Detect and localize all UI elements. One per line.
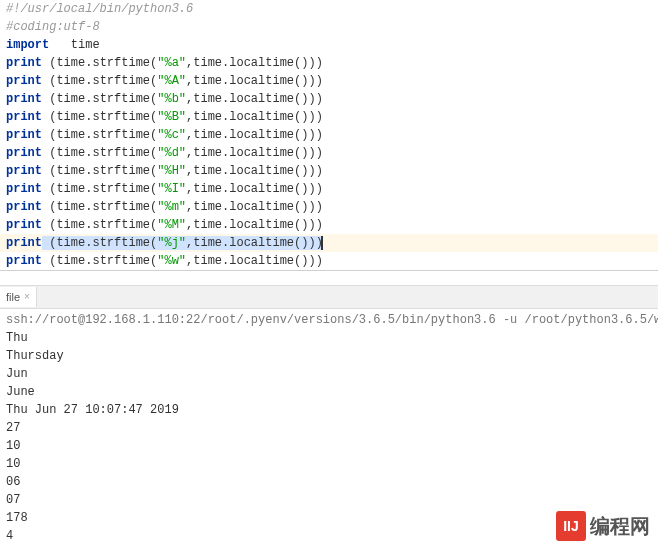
code-line: import time: [0, 36, 658, 54]
watermark: IIJ 编程网: [556, 511, 650, 541]
call-prefix: (time.strftime(: [42, 218, 157, 232]
print-keyword: print: [6, 236, 42, 250]
code-line-active: print (time.strftime("%j",time.localtime…: [0, 234, 658, 252]
output-line: 10: [6, 455, 652, 473]
call-prefix: (time.strftime(: [42, 146, 157, 160]
format-string: "%w": [157, 254, 186, 268]
text-cursor: [321, 236, 323, 250]
print-keyword: print: [6, 110, 42, 124]
call-suffix: ,time.localtime())): [186, 200, 323, 214]
call-suffix: ,time.localtime())): [186, 56, 323, 70]
call-suffix: ,time.localtime())): [186, 236, 323, 250]
code-line: print (time.strftime("%b",time.localtime…: [0, 90, 658, 108]
import-keyword: import: [6, 38, 49, 52]
call-prefix: (time.strftime(: [42, 236, 157, 250]
format-string: "%B": [157, 110, 186, 124]
output-line: Jun: [6, 365, 652, 383]
selection: (time.strftime("%j",time.localtime())): [42, 236, 323, 250]
call-prefix: (time.strftime(: [42, 92, 157, 106]
format-string: "%M": [157, 218, 186, 232]
print-keyword: print: [6, 146, 42, 160]
call-suffix: ,time.localtime())): [186, 164, 323, 178]
code-line: print (time.strftime("%c",time.localtime…: [0, 126, 658, 144]
format-string: "%I": [157, 182, 186, 196]
print-keyword: print: [6, 56, 42, 70]
output-line: Thu: [6, 329, 652, 347]
call-prefix: (time.strftime(: [42, 254, 157, 268]
code-line: #!/usr/local/bin/python3.6: [0, 0, 658, 18]
command-line: ssh://root@192.168.1.110:22/root/.pyenv/…: [6, 311, 652, 329]
output-line: 06: [6, 473, 652, 491]
call-suffix: ,time.localtime())): [186, 182, 323, 196]
call-prefix: (time.strftime(: [42, 200, 157, 214]
format-string: "%b": [157, 92, 186, 106]
code-line: print (time.strftime("%a",time.localtime…: [0, 54, 658, 72]
output-tabbar: file ×: [0, 285, 658, 309]
call-prefix: (time.strftime(: [42, 164, 157, 178]
format-string: "%j": [157, 236, 186, 250]
call-prefix: (time.strftime(: [42, 182, 157, 196]
print-keyword: print: [6, 182, 42, 196]
format-string: "%A": [157, 74, 186, 88]
output-line: Thu Jun 27 10:07:47 2019: [6, 401, 652, 419]
code-line: print (time.strftime("%w",time.localtime…: [0, 252, 658, 270]
call-suffix: ,time.localtime())): [186, 74, 323, 88]
code-line: print (time.strftime("%A",time.localtime…: [0, 72, 658, 90]
output-line: Thursday: [6, 347, 652, 365]
code-editor[interactable]: #!/usr/local/bin/python3.6 #coding:utf-8…: [0, 0, 658, 271]
code-line: print (time.strftime("%B",time.localtime…: [0, 108, 658, 126]
tab-file[interactable]: file ×: [0, 287, 37, 307]
format-string: "%H": [157, 164, 186, 178]
output-line: 07: [6, 491, 652, 509]
close-icon[interactable]: ×: [24, 287, 30, 307]
code-line: print (time.strftime("%H",time.localtime…: [0, 162, 658, 180]
format-string: "%a": [157, 56, 186, 70]
format-string: "%d": [157, 146, 186, 160]
coding-comment: #coding:utf-8: [6, 20, 100, 34]
print-keyword: print: [6, 164, 42, 178]
call-prefix: (time.strftime(: [42, 74, 157, 88]
call-suffix: ,time.localtime())): [186, 110, 323, 124]
watermark-text: 编程网: [590, 513, 650, 540]
print-keyword: print: [6, 254, 42, 268]
call-suffix: ,time.localtime())): [186, 92, 323, 106]
print-keyword: print: [6, 218, 42, 232]
call-prefix: (time.strftime(: [42, 128, 157, 142]
output-line: 27: [6, 419, 652, 437]
code-line: print (time.strftime("%d",time.localtime…: [0, 144, 658, 162]
code-line: print (time.strftime("%M",time.localtime…: [0, 216, 658, 234]
tab-label: file: [6, 287, 20, 307]
format-string: "%c": [157, 128, 186, 142]
code-line: print (time.strftime("%I",time.localtime…: [0, 180, 658, 198]
print-keyword: print: [6, 92, 42, 106]
print-keyword: print: [6, 200, 42, 214]
print-keyword: print: [6, 74, 42, 88]
watermark-logo-icon: IIJ: [556, 511, 586, 541]
print-keyword: print: [6, 128, 42, 142]
format-string: "%m": [157, 200, 186, 214]
call-suffix: ,time.localtime())): [186, 254, 323, 268]
output-line: June: [6, 383, 652, 401]
call-suffix: ,time.localtime())): [186, 218, 323, 232]
call-prefix: (time.strftime(: [42, 110, 157, 124]
call-suffix: ,time.localtime())): [186, 128, 323, 142]
code-line: #coding:utf-8: [0, 18, 658, 36]
import-module: time: [49, 38, 99, 52]
call-prefix: (time.strftime(: [42, 56, 157, 70]
output-line: 10: [6, 437, 652, 455]
call-suffix: ,time.localtime())): [186, 146, 323, 160]
shebang-comment: #!/usr/local/bin/python3.6: [6, 2, 193, 16]
code-line: print (time.strftime("%m",time.localtime…: [0, 198, 658, 216]
